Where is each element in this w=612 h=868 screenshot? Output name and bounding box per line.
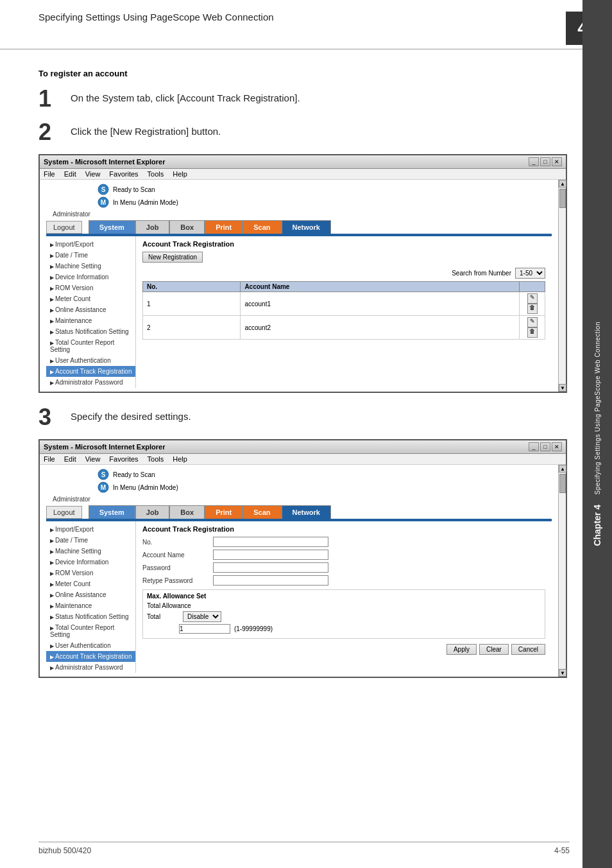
cancel-button[interactable]: Cancel bbox=[511, 644, 545, 655]
menu-edit-1[interactable]: Edit bbox=[64, 170, 76, 178]
edit-icon-row1[interactable]: ✎ bbox=[527, 293, 538, 304]
sidebar-maintenance-1[interactable]: Maintenance bbox=[46, 315, 135, 326]
scroll-thumb-2[interactable] bbox=[559, 474, 566, 493]
scroll-up-2[interactable]: ▲ bbox=[559, 465, 566, 473]
menu-view-1[interactable]: View bbox=[85, 170, 101, 178]
menu-help-2[interactable]: Help bbox=[173, 455, 187, 463]
sidebar-2: Import/Export Date / Time Machine Settin… bbox=[46, 521, 136, 673]
sidebar-date-1[interactable]: Date / Time bbox=[46, 250, 135, 261]
input-retype[interactable] bbox=[213, 575, 328, 586]
menu-tools-2[interactable]: Tools bbox=[148, 455, 164, 463]
sidebar-admin-2[interactable]: Administrator Password bbox=[46, 662, 135, 673]
sidebar-status-1[interactable]: Status Notification Setting bbox=[46, 326, 135, 337]
sidebar-rom-2[interactable]: ROM Version bbox=[46, 568, 135, 578]
sidebar-status-2[interactable]: Status Notification Setting bbox=[46, 611, 135, 622]
menu-file-1[interactable]: File bbox=[44, 170, 55, 178]
input-no[interactable] bbox=[213, 537, 328, 547]
logout-tab-2[interactable]: Logout bbox=[46, 506, 82, 519]
tab-print-2[interactable]: Print bbox=[205, 505, 242, 519]
input-account[interactable] bbox=[213, 550, 328, 560]
browser-title-2: System - Microsoft Internet Explorer bbox=[44, 443, 166, 451]
menu-edit-2[interactable]: Edit bbox=[64, 455, 76, 463]
tab-job-1[interactable]: Job bbox=[135, 220, 170, 234]
scrollbar-2[interactable]: ▲ ▼ bbox=[558, 465, 566, 677]
scroll-down-2[interactable]: ▼ bbox=[559, 669, 566, 677]
allowance-title: Max. Allowance Set bbox=[147, 593, 541, 600]
sidebar-maintenance-2[interactable]: Maintenance bbox=[46, 600, 135, 611]
sidebar-user-1[interactable]: User Authentication bbox=[46, 355, 135, 366]
sidebar-account-2[interactable]: Account Track Registration bbox=[46, 651, 135, 662]
scroll-thumb-1[interactable] bbox=[559, 189, 566, 208]
browser-body-2: Import/Export Date / Time Machine Settin… bbox=[46, 521, 552, 673]
sidebar-device-1[interactable]: Device Information bbox=[46, 272, 135, 282]
sidebar-meter-1[interactable]: Meter Count bbox=[46, 293, 135, 304]
sidebar-meter-2[interactable]: Meter Count bbox=[46, 578, 135, 589]
delete-icon-row2[interactable]: 🗑 bbox=[527, 327, 538, 338]
delete-icon-row1[interactable]: 🗑 bbox=[527, 304, 538, 314]
label-retype: Retype Password bbox=[142, 577, 213, 584]
minimize-button-2[interactable]: _ bbox=[529, 442, 539, 451]
search-row-1: Search from Number 1-50 bbox=[142, 268, 545, 279]
maximize-button-1[interactable]: □ bbox=[540, 157, 550, 166]
new-registration-button-1[interactable]: New Registration bbox=[142, 252, 203, 263]
sidebar-online-1[interactable]: Online Assistance bbox=[46, 304, 135, 315]
sidebar-date-2[interactable]: Date / Time bbox=[46, 535, 135, 546]
search-dropdown-1[interactable]: 1-50 bbox=[515, 268, 545, 279]
apply-button[interactable]: Apply bbox=[446, 644, 477, 655]
scroll-up-1[interactable]: ▲ bbox=[559, 180, 566, 187]
menu-view-2[interactable]: View bbox=[85, 455, 101, 463]
logout-tab-1[interactable]: Logout bbox=[46, 221, 82, 234]
browser-content-1: S Ready to Scan M In Menu (Admin Mode) A… bbox=[40, 180, 558, 392]
sidebar-online-2[interactable]: Online Assistance bbox=[46, 589, 135, 600]
nav-tabs-1: Logout System Job Box Print Scan Network bbox=[46, 220, 552, 234]
clear-button[interactable]: Clear bbox=[479, 644, 509, 655]
close-button-2[interactable]: ✕ bbox=[552, 442, 562, 451]
account-table-1: No. Account Name 1 account1 bbox=[142, 281, 545, 340]
sidebar-rom-1[interactable]: ROM Version bbox=[46, 282, 135, 293]
tab-network-2[interactable]: Network bbox=[282, 505, 331, 519]
tab-job-2[interactable]: Job bbox=[135, 505, 170, 519]
right-sidebar: Specifying Settings Using PageScope Web … bbox=[582, 0, 612, 868]
tab-box-2[interactable]: Box bbox=[169, 505, 205, 519]
sidebar-import-1[interactable]: Import/Export bbox=[46, 239, 135, 250]
footer-right: 4-55 bbox=[554, 846, 570, 855]
tab-network-1[interactable]: Network bbox=[282, 220, 331, 234]
menu-favorites-2[interactable]: Favorites bbox=[109, 455, 138, 463]
minimize-button-1[interactable]: _ bbox=[529, 157, 539, 166]
menu-file-2[interactable]: File bbox=[44, 455, 55, 463]
step-3: 3 Specify the desired settings. bbox=[38, 406, 567, 429]
sidebar-total-1[interactable]: Total Counter Report Setting bbox=[46, 337, 135, 355]
tab-system-1[interactable]: System bbox=[89, 220, 135, 234]
tab-system-2[interactable]: System bbox=[89, 505, 135, 519]
browser-title-1: System - Microsoft Internet Explorer bbox=[44, 158, 166, 166]
close-button-1[interactable]: ✕ bbox=[552, 157, 562, 166]
form-row-account: Account Name bbox=[142, 550, 545, 560]
browser-content-2: S Ready to Scan M In Menu (Admin Mode) A… bbox=[40, 465, 558, 677]
sidebar-machine-1[interactable]: Machine Setting bbox=[46, 261, 135, 272]
tab-scan-2[interactable]: Scan bbox=[242, 505, 281, 519]
tab-box-1[interactable]: Box bbox=[169, 220, 205, 234]
input-password[interactable] bbox=[213, 562, 328, 573]
panel-title-2: Account Track Registration bbox=[142, 525, 545, 533]
disable-dropdown[interactable]: Disable bbox=[183, 611, 221, 622]
menu-favorites-1[interactable]: Favorites bbox=[109, 170, 138, 178]
total-value-input[interactable] bbox=[179, 624, 230, 634]
sidebar-admin-1[interactable]: Administrator Password bbox=[46, 377, 135, 388]
nav-tabs-2: Logout System Job Box Print Scan Network bbox=[46, 505, 552, 519]
row2-name: account2 bbox=[241, 316, 520, 340]
browser-menubar-2: File Edit View Favorites Tools Help bbox=[40, 454, 566, 465]
scrollbar-1[interactable]: ▲ ▼ bbox=[558, 180, 566, 392]
sidebar-account-1[interactable]: Account Track Registration bbox=[46, 366, 135, 377]
sidebar-machine-2[interactable]: Machine Setting bbox=[46, 546, 135, 557]
sidebar-total-2[interactable]: Total Counter Report Setting bbox=[46, 622, 135, 640]
maximize-button-2[interactable]: □ bbox=[540, 442, 550, 451]
sidebar-user-2[interactable]: User Authentication bbox=[46, 640, 135, 651]
tab-print-1[interactable]: Print bbox=[205, 220, 242, 234]
tab-scan-1[interactable]: Scan bbox=[242, 220, 281, 234]
sidebar-device-2[interactable]: Device Information bbox=[46, 557, 135, 568]
edit-icon-row2[interactable]: ✎ bbox=[527, 317, 538, 327]
menu-help-1[interactable]: Help bbox=[173, 170, 187, 178]
scroll-down-1[interactable]: ▼ bbox=[559, 384, 566, 392]
sidebar-import-2[interactable]: Import/Export bbox=[46, 524, 135, 535]
menu-tools-1[interactable]: Tools bbox=[148, 170, 164, 178]
